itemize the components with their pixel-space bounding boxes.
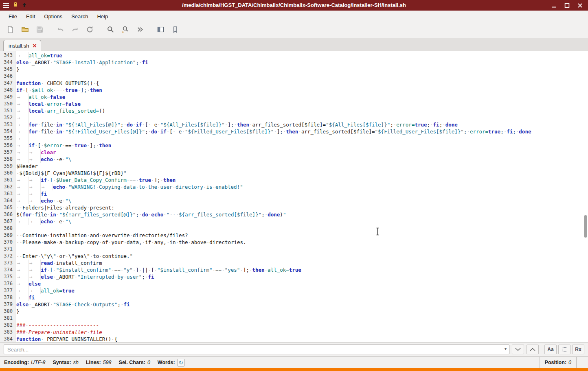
menu-item-help[interactable]: Help <box>92 12 112 21</box>
editor[interactable]: 343→all_ok=true344else·_ABORT·"STAGE·Ins… <box>0 51 588 342</box>
code-line[interactable]: 378→fi <box>0 294 588 301</box>
code-line[interactable]: 382###·----------------------- <box>0 322 588 329</box>
code-line[interactable]: 351→local·arr_files_sorted=() <box>0 107 588 114</box>
code-line[interactable]: 352→ <box>0 114 588 121</box>
undo-icon <box>57 26 64 35</box>
line-number: 355 <box>0 135 15 142</box>
code-line[interactable]: 354→for·file·in·"${!Filled_User_Files[@]… <box>0 128 588 135</box>
open-file-button[interactable] <box>19 24 31 36</box>
code-line[interactable]: 380} <box>0 308 588 315</box>
code-line[interactable]: 367→→echo·-e·"\ <box>0 218 588 225</box>
code-line[interactable]: 353→for·file·in·"${!All_Files[@]}";·do·i… <box>0 121 588 128</box>
menu-item-file[interactable]: File <box>4 12 22 21</box>
code-line[interactable]: 381 <box>0 315 588 322</box>
lines-label: Lines: <box>86 360 101 365</box>
code-line[interactable]: 371 <box>0 246 588 253</box>
toggle-panel-button[interactable] <box>154 24 167 36</box>
maximize-button[interactable] <box>560 0 573 10</box>
code-line[interactable]: 360·${Bold}${F_Cyan}WARNING!${F}${rBD}" <box>0 170 588 177</box>
code-area[interactable]: 343→all_ok=true344else·_ABORT·"STAGE·Ins… <box>0 51 588 342</box>
tab-install-sh[interactable]: install.sh ✕ <box>3 40 41 51</box>
caret-position-status: Position:0 <box>540 357 577 368</box>
code-line[interactable]: 344else·_ABORT·"STAGE·Install·Applicatio… <box>0 59 588 66</box>
line-number: 346 <box>0 73 15 80</box>
find-button[interactable] <box>104 24 116 36</box>
code-line[interactable]: 375→→else·_ABORT·"Interrupted·by·user";·… <box>0 273 588 280</box>
code-line[interactable]: 355→ <box>0 135 588 142</box>
line-number: 361 <box>0 177 15 183</box>
code-line[interactable]: 363→→fi <box>0 190 588 197</box>
menu-item-search[interactable]: Search <box>67 12 92 21</box>
code-line[interactable]: 346 <box>0 73 588 80</box>
encoding-status: Encoding:UTF-8 <box>4 360 46 365</box>
titlebar: /media/chimba/HGST_DATA/Chimbalix/Chimba… <box>0 0 588 11</box>
code-line[interactable]: 359$Header <box>0 163 588 170</box>
code-line[interactable]: 357→→clear <box>0 149 588 156</box>
bookmark-button[interactable] <box>169 24 181 36</box>
line-number: 364 <box>0 197 15 204</box>
find-next-button[interactable] <box>512 345 524 354</box>
code-line[interactable]: 384function·_PREPARE_UNINSTALLER()·{ <box>0 336 588 342</box>
replace-button[interactable] <box>119 24 131 36</box>
code-line[interactable]: 366$(for·file·in·"${!arr_files_sorted[@]… <box>0 211 588 218</box>
new-file-button[interactable] <box>4 24 16 36</box>
code-line[interactable]: 370··Please·make·a·backup·copy·of·your·d… <box>0 239 588 246</box>
search-input[interactable] <box>4 345 509 354</box>
line-number: 358 <box>0 156 15 163</box>
code-line[interactable]: 349→all_ok=false <box>0 94 588 100</box>
line-number: 362 <box>0 183 15 190</box>
line-number: 351 <box>0 107 15 114</box>
bookmark-icon <box>171 26 179 35</box>
code-line[interactable]: 373→→read·install_confirm <box>0 260 588 266</box>
save-file-button[interactable] <box>33 24 46 36</box>
code-line[interactable]: 374→→if·[·"$install_confirm"·==·"y"·]·||… <box>0 266 588 273</box>
code-line[interactable]: 376→else <box>0 280 588 287</box>
code-line[interactable]: 365··Folders|Files·already·present: <box>0 204 588 211</box>
find-prev-button[interactable] <box>527 345 539 354</box>
line-number: 354 <box>0 128 15 135</box>
tab-label: install.sh <box>9 43 29 49</box>
code-line[interactable]: 377→→all_ok=true <box>0 287 588 294</box>
search-history-dropdown-icon[interactable]: ▾ <box>505 347 507 351</box>
scrollbar-thumb[interactable] <box>584 215 587 238</box>
line-number: 356 <box>0 142 15 149</box>
line-number: 382 <box>0 322 15 329</box>
redo-button[interactable] <box>69 24 81 36</box>
tab-close-icon[interactable]: ✕ <box>33 43 37 48</box>
code-line[interactable]: 345} <box>0 66 588 73</box>
line-number: 353 <box>0 121 15 128</box>
regex-toggle[interactable]: Rx <box>572 345 584 354</box>
code-line[interactable]: 369··Continue·installation·and·overwrite… <box>0 232 588 239</box>
line-number: 344 <box>0 59 15 66</box>
hamburger-menu-icon[interactable] <box>3 3 9 8</box>
menu-item-options[interactable]: Options <box>39 12 67 21</box>
more-tools-button[interactable] <box>134 24 146 36</box>
code-line[interactable]: 364→→echo·-e·"\ <box>0 197 588 204</box>
code-line[interactable]: 347function·_CHECK_OUTPUTS()·{ <box>0 80 588 87</box>
line-number: 348 <box>0 87 15 94</box>
code-line[interactable]: 350→local·error=false <box>0 100 588 107</box>
menu-item-edit[interactable]: Edit <box>22 12 39 21</box>
syntax-label: Syntax: <box>53 360 71 365</box>
scrollbar[interactable] <box>583 51 588 342</box>
minimize-button[interactable] <box>547 0 560 10</box>
code-line[interactable]: 379else·_ABORT·"STAGE·Check·Outputs";·fi <box>0 301 588 308</box>
code-line[interactable]: 356→if·[·$error·==·true·];·then <box>0 142 588 149</box>
whole-word-toggle[interactable] <box>558 345 570 354</box>
undo-button[interactable] <box>54 24 66 36</box>
code-line[interactable]: 343→all_ok=true <box>0 52 588 59</box>
code-line[interactable]: 361→→if·[·$User_Data_Copy_Confirm·==·tru… <box>0 177 588 183</box>
line-number: 366 <box>0 211 15 218</box>
case-sensitive-toggle[interactable]: Aa <box>544 345 557 354</box>
close-button[interactable] <box>573 0 586 10</box>
code-line[interactable]: 358→→echo·-e·"\ <box>0 156 588 163</box>
code-line[interactable]: 362→→→echo·"WARNING!·Copying·data·to·the… <box>0 183 588 190</box>
toolbar <box>0 22 588 38</box>
code-line[interactable]: 368 <box>0 225 588 232</box>
code-line[interactable]: 372··Enter·\"y\"·or·\"yes\"·to·continue.… <box>0 253 588 260</box>
line-number: 343 <box>0 52 15 59</box>
code-line[interactable]: 348if·[·$all_ok·==·true·];·then <box>0 87 588 94</box>
reload-button[interactable] <box>83 24 96 36</box>
code-line[interactable]: 383###·Prepare·uninstaller·file <box>0 329 588 336</box>
refresh-words-button[interactable]: ↻ <box>177 359 185 367</box>
